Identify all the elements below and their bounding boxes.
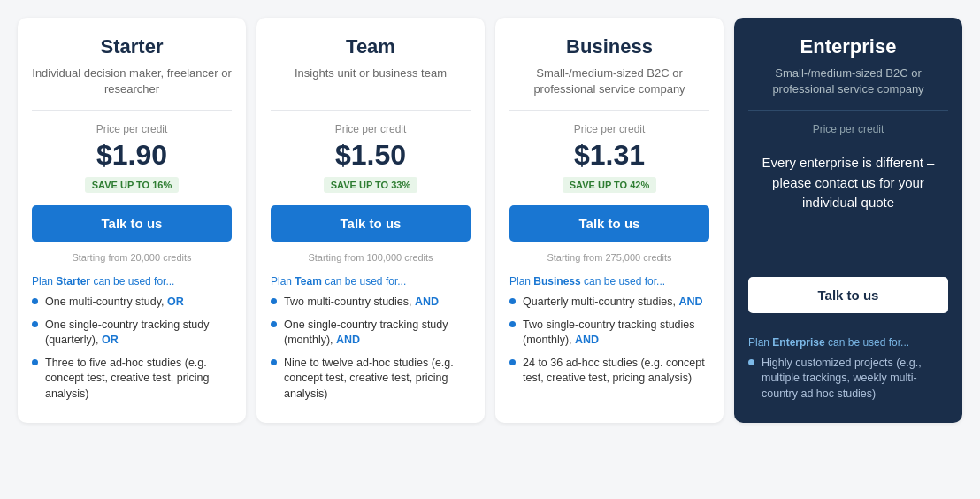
uses-title-team: Plan Team can be used for... — [271, 275, 471, 288]
plan-divider-enterprise — [748, 110, 948, 111]
bullet-icon — [509, 298, 516, 304]
use-link-business-1[interactable]: AND — [575, 334, 599, 346]
use-item-business-2: 24 to 36 ad-hoc studies (e.g. concept te… — [509, 356, 709, 387]
price-business: $1.31 — [509, 139, 709, 172]
use-link-team-1[interactable]: AND — [336, 334, 360, 346]
bullet-icon — [32, 321, 38, 327]
use-link-business-0[interactable]: AND — [678, 296, 702, 308]
plan-card-starter: Starter Individual decision maker, freel… — [18, 18, 246, 423]
save-badge-starter: SAVE UP TO 16% — [85, 177, 179, 193]
price-starter: $1.90 — [32, 139, 232, 172]
bullet-icon — [509, 359, 516, 365]
bullet-icon — [32, 359, 38, 365]
plan-name-enterprise: Enterprise — [748, 35, 948, 58]
use-text: Highly customized projects (e.g., multip… — [762, 356, 948, 403]
use-link-starter-0[interactable]: OR — [167, 296, 184, 308]
price-label-business: Price per credit — [509, 123, 709, 135]
starting-from-starter: Starting from 20,000 credits — [32, 252, 232, 263]
talk-button-team[interactable]: Talk to us — [271, 205, 471, 242]
bullet-icon — [271, 321, 277, 327]
plan-uses-starter: Plan Starter can be used for... One mult… — [32, 263, 232, 409]
use-item-team-2: Nine to twelve ad-hoc studies (e.g. conc… — [271, 356, 471, 403]
use-item-business-1: Two single-country tracking studies (mon… — [509, 318, 709, 349]
bullet-icon — [271, 298, 277, 304]
plan-card-team: Team Insights unit or business team Pric… — [256, 18, 485, 423]
use-text: One single-country tracking study (quart… — [45, 318, 232, 349]
price-label-enterprise: Price per credit — [748, 123, 948, 135]
plan-name-team: Team — [271, 35, 471, 58]
plans-grid: Starter Individual decision maker, freel… — [18, 18, 962, 423]
plan-subtitle-team: Insights unit or business team — [271, 65, 471, 97]
price-label-starter: Price per credit — [32, 123, 232, 135]
use-link-starter-1[interactable]: OR — [102, 334, 119, 346]
use-link-team-0[interactable]: AND — [415, 296, 439, 308]
price-team: $1.50 — [271, 139, 471, 172]
use-item-starter-1: One single-country tracking study (quart… — [32, 318, 232, 349]
use-text: Nine to twelve ad-hoc studies (e.g. conc… — [284, 356, 471, 403]
use-text: Three to five ad-hoc studies (e.g. conce… — [45, 356, 232, 403]
uses-title-starter: Plan Starter can be used for... — [32, 275, 232, 288]
uses-title-business: Plan Business can be used for... — [509, 275, 709, 288]
plan-subtitle-enterprise: Small-/medium-sized B2C or professional … — [748, 65, 948, 97]
talk-button-starter[interactable]: Talk to us — [32, 205, 232, 242]
talk-button-enterprise[interactable]: Talk to us — [748, 277, 948, 313]
starting-from-team: Starting from 100,000 credits — [271, 252, 471, 263]
use-text: Quarterly multi-country studies, AND — [523, 295, 703, 311]
enterprise-quote: Every enterprise is different – please c… — [748, 153, 948, 259]
use-item-starter-2: Three to five ad-hoc studies (e.g. conce… — [32, 356, 232, 403]
plan-name-business: Business — [509, 35, 709, 58]
uses-title-enterprise: Plan Enterprise can be used for... — [748, 336, 948, 349]
use-text: Two multi-country studies, AND — [284, 295, 439, 311]
plan-divider-team — [271, 110, 471, 111]
plan-card-enterprise: Enterprise Small-/medium-sized B2C or pr… — [734, 18, 962, 423]
bullet-icon — [32, 298, 38, 304]
plan-subtitle-starter: Individual decision maker, freelancer or… — [32, 65, 232, 97]
plan-divider-business — [509, 110, 709, 111]
plan-card-business: Business Small-/medium-sized B2C or prof… — [495, 18, 724, 423]
bullet-icon — [748, 359, 754, 365]
use-text: Two single-country tracking studies (mon… — [523, 318, 709, 349]
talk-button-business[interactable]: Talk to us — [509, 205, 709, 242]
use-text: One single-country tracking study (month… — [284, 318, 471, 349]
price-label-team: Price per credit — [271, 123, 471, 135]
save-badge-team: SAVE UP TO 33% — [324, 177, 417, 193]
save-badge-business: SAVE UP TO 42% — [563, 177, 656, 193]
plan-name-starter: Starter — [32, 35, 232, 58]
bullet-icon — [509, 321, 516, 327]
bullet-icon — [271, 359, 277, 365]
use-item-team-0: Two multi-country studies, AND — [271, 295, 471, 311]
use-item-starter-0: One multi-country study, OR — [32, 295, 232, 311]
use-item-business-0: Quarterly multi-country studies, AND — [509, 295, 709, 311]
use-text: 24 to 36 ad-hoc studies (e.g. concept te… — [523, 356, 709, 387]
plan-uses-team: Plan Team can be used for... Two multi-c… — [271, 263, 471, 409]
starting-from-business: Starting from 275,000 credits — [509, 252, 709, 263]
plan-uses-business: Plan Business can be used for... Quarter… — [509, 263, 709, 394]
use-text: One multi-country study, OR — [45, 295, 184, 311]
use-item-enterprise-0: Highly customized projects (e.g., multip… — [748, 356, 948, 403]
plan-uses-enterprise: Plan Enterprise can be used for... Highl… — [748, 324, 948, 410]
plan-divider-starter — [32, 110, 232, 111]
plan-subtitle-business: Small-/medium-sized B2C or professional … — [509, 65, 709, 97]
use-item-team-1: One single-country tracking study (month… — [271, 318, 471, 349]
